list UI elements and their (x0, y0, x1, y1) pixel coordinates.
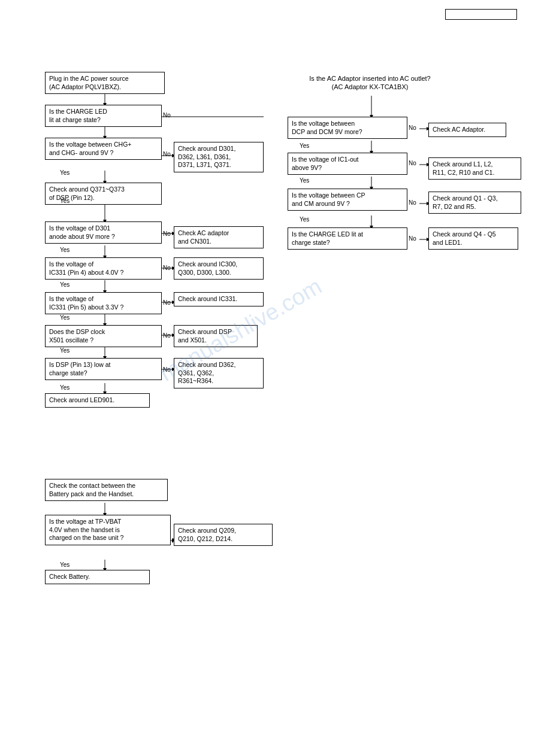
label-no-b6: No (163, 230, 171, 237)
box-b16: Check around LED901. (45, 393, 150, 408)
box-b2: Is the CHARGE LEDlit at charge state? (45, 105, 162, 127)
box-b7: Check AC adaptorand CN301. (174, 226, 264, 248)
box-r2: Is the voltage betweenDCP and DCM 9V mor… (288, 117, 407, 139)
label-yes-b10: Yes (60, 314, 69, 321)
label-yes-b12: Yes (60, 347, 69, 354)
label-no-r4: No (409, 160, 416, 166)
box-b4: Check around D301,D362, L361, D361,D371,… (174, 142, 264, 172)
label-no-r2: No (409, 125, 416, 131)
box-b13: Check around DSPand X501. (174, 325, 258, 347)
label-yes-r6: Yes (300, 216, 309, 223)
box-b12: Does the DSP clockX501 oscillate ? (45, 325, 162, 347)
label-yes-b14: Yes (60, 384, 69, 391)
label-no-b3: No (163, 151, 171, 157)
box-r5: Check around L1, L2,R11, C2, R10 and C1. (428, 157, 521, 180)
box-r7: Check around Q1 - Q3,R7, D2 and R5. (428, 192, 521, 214)
box-b8: Is the voltage ofIC331 (Pin 4) about 4.0… (45, 257, 162, 280)
label-no-b12: No (163, 332, 171, 339)
box-b15: Check around D362,Q361, Q362,R361~R364. (174, 358, 264, 388)
label-yes-b3: Yes (60, 169, 69, 176)
box-r1: Is the AC Adaptor inserted into AC outle… (282, 72, 458, 94)
box-bt1: Check the contact between theBattery pac… (45, 479, 168, 501)
box-r9: Check around Q4 - Q5and LED1. (428, 227, 518, 250)
label-yes-b5: Yes (60, 198, 69, 204)
box-r8: Is the CHARGE LED lit atcharge state? (288, 227, 407, 250)
box-r6: Is the voltage between CPand CM around 9… (288, 189, 407, 211)
label-yes-b6: Yes (60, 247, 69, 253)
label-no-b8: No (163, 265, 171, 271)
label-yes-bt2: Yes (60, 561, 69, 568)
label-no-b10: No (163, 299, 171, 306)
box-r3: Check AC Adaptor. (428, 123, 506, 137)
box-bt4: Check Battery. (45, 570, 150, 584)
label-no-b14: No (163, 366, 171, 373)
top-right-rect (445, 9, 517, 20)
box-b6: Is the voltage of D301anode about 9V mor… (45, 221, 162, 244)
label-no-r8: No (409, 235, 416, 242)
label-no-r6: No (409, 199, 416, 206)
label-no-b2: No (163, 112, 171, 119)
box-b3: Is the voltage between CHG+and CHG- arou… (45, 138, 162, 160)
box-bt2: Is the voltage at TP-VBAT4.0V when the h… (45, 515, 171, 545)
box-b1: Plug in the AC power source(AC Adaptor P… (45, 72, 165, 94)
box-b11: Check around IC331. (174, 292, 264, 306)
label-yes-b8: Yes (60, 281, 69, 288)
box-r4: Is the voltage of IC1-outabove 9V? (288, 153, 407, 175)
box-b10: Is the voltage ofIC331 (Pin 5) about 3.3… (45, 292, 162, 314)
label-yes-r4: Yes (300, 177, 309, 184)
box-bt3: Check around Q209,Q210, Q212, D214. (174, 524, 273, 546)
box-b9: Check around IC300,Q300, D300, L300. (174, 257, 264, 280)
box-b14: Is DSP (Pin 13) low atcharge state? (45, 358, 162, 380)
label-yes-r2: Yes (300, 142, 309, 149)
